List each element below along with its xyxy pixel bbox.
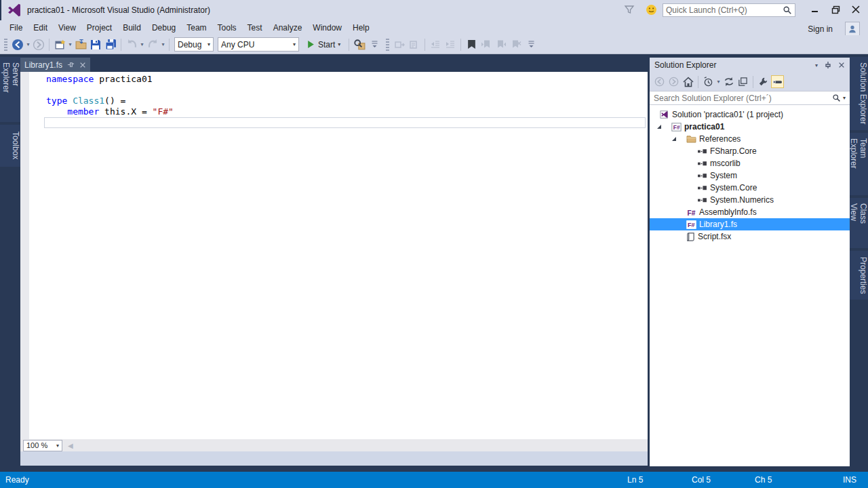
sign-in-link[interactable]: Sign in: [808, 24, 833, 34]
collapse-all-icon[interactable]: [736, 75, 749, 88]
close-icon[interactable]: [838, 62, 845, 68]
tree-item-solution-practica01-1-project-[interactable]: Solution 'practica01' (1 project): [650, 108, 850, 121]
search-icon[interactable]: [832, 94, 841, 102]
filter-icon[interactable]: [624, 4, 635, 15]
minimize-button[interactable]: [806, 3, 825, 16]
tree-item-script-fsx[interactable]: Script.fsx: [650, 230, 850, 243]
tree-item-library1-fs[interactable]: F#Library1.fs: [650, 218, 850, 230]
tree-item-system-numerics[interactable]: System.Numerics: [650, 194, 850, 206]
save-all-icon[interactable]: [104, 38, 117, 52]
search-icon[interactable]: [783, 5, 792, 15]
restore-button[interactable]: [826, 3, 845, 16]
chevron-down-icon[interactable]: ▾: [843, 95, 846, 101]
menu-item-analyze[interactable]: Analyze: [268, 21, 308, 35]
menu-item-project[interactable]: Project: [81, 21, 117, 35]
expand-arrow-icon[interactable]: [656, 124, 662, 129]
pin-tab-icon[interactable]: [67, 61, 75, 68]
member-list-icon[interactable]: [393, 38, 406, 52]
code-line: member this.X = "F#": [46, 106, 174, 117]
tool-tab-solution-explorer[interactable]: Solution Explorer: [850, 57, 868, 130]
next-bookmark-icon[interactable]: [494, 38, 508, 52]
play-icon: [307, 40, 315, 49]
menu-item-test[interactable]: Test: [242, 21, 268, 35]
sync-icon[interactable]: [722, 75, 735, 88]
status-line: Ln 5: [627, 475, 643, 485]
parameter-info-icon[interactable]: [408, 38, 421, 52]
editor-group: Library1.fs namespace practica01 type Cl…: [20, 58, 648, 451]
tree-item-fsharp-core[interactable]: FSharp.Core: [650, 145, 850, 157]
clear-bookmarks-icon[interactable]: [509, 38, 523, 52]
menu-item-file[interactable]: File: [4, 21, 28, 35]
tool-tab-properties[interactable]: Properties: [850, 251, 868, 300]
properties-wrench-icon[interactable]: [757, 75, 770, 88]
tree-item-mscorlib[interactable]: mscorlib: [650, 157, 850, 169]
menu-item-team[interactable]: Team: [181, 21, 212, 35]
tree-item-assemblyinfo-fs[interactable]: F#AssemblyInfo.fs: [650, 206, 850, 218]
tree-item-system-core[interactable]: System.Core: [650, 182, 850, 194]
platform-combo[interactable]: Any CPU▾: [218, 37, 299, 52]
forward-icon[interactable]: [667, 75, 680, 88]
quick-launch-input[interactable]: Quick Launch (Ctrl+Q): [663, 3, 795, 17]
back-icon[interactable]: [653, 75, 666, 88]
save-icon[interactable]: [89, 38, 102, 52]
menu-item-debug[interactable]: Debug: [146, 21, 181, 35]
code-editor[interactable]: namespace practica01 type Class1() = mem…: [20, 72, 648, 439]
tree-item-references[interactable]: References: [650, 133, 850, 145]
feedback-smiley-icon[interactable]: [646, 4, 657, 16]
undo-icon[interactable]: [125, 38, 138, 52]
pin-icon[interactable]: [824, 61, 832, 69]
preview-selected-items-icon[interactable]: [771, 75, 784, 88]
close-button[interactable]: [846, 3, 865, 16]
toolbar-overflow-icon[interactable]: [368, 38, 381, 52]
tool-tab-class-view[interactable]: Class View: [850, 198, 868, 248]
redo-icon[interactable]: [146, 38, 159, 52]
toolbar-separator: [169, 39, 170, 51]
solution-explorer-header[interactable]: Solution Explorer ▾: [650, 58, 850, 73]
start-button-label: Start: [318, 40, 335, 49]
document-tab-library1[interactable]: Library1.fs: [20, 58, 90, 72]
new-project-icon[interactable]: [53, 38, 66, 52]
previous-bookmark-icon[interactable]: [479, 38, 493, 52]
navigate-back-icon[interactable]: [11, 38, 24, 52]
menu-item-help[interactable]: Help: [347, 21, 375, 35]
navigate-forward-icon[interactable]: [32, 38, 45, 52]
indent-icon[interactable]: [443, 38, 457, 52]
chevron-down-icon[interactable]: ▾: [715, 79, 722, 85]
hscroll-left-arrow-icon[interactable]: ◀: [68, 442, 73, 449]
menu-item-view[interactable]: View: [53, 21, 81, 35]
tree-item-practica01[interactable]: F#practica01: [650, 121, 850, 133]
chevron-down-icon[interactable]: ▾: [25, 41, 31, 47]
start-debugging-button[interactable]: Start▾: [304, 39, 343, 51]
toolbar-separator: [121, 39, 121, 51]
tool-tab-server-explorer[interactable]: Server Explorer: [0, 57, 20, 122]
chevron-down-icon[interactable]: ▾: [160, 41, 166, 47]
close-tab-icon[interactable]: [79, 62, 86, 68]
chevron-down-icon[interactable]: ▾: [67, 41, 73, 47]
tool-tab-team-explorer[interactable]: Team Explorer: [850, 133, 868, 195]
editor-bottom-bar: 100 % ▾ ◀: [20, 439, 648, 451]
menu-item-build[interactable]: Build: [117, 21, 146, 35]
tree-item-system[interactable]: System: [650, 169, 850, 182]
chevron-down-icon[interactable]: ▾: [139, 41, 145, 47]
home-icon[interactable]: [682, 75, 694, 88]
pending-changes-filter-icon[interactable]: [702, 75, 715, 88]
toolbar-grip[interactable]: [386, 39, 389, 51]
editor-zoom-combo[interactable]: 100 % ▾: [23, 440, 62, 451]
find-in-solution-explorer-icon[interactable]: [353, 38, 366, 52]
toolbar-grip[interactable]: [4, 39, 7, 51]
menu-item-window[interactable]: Window: [307, 21, 347, 35]
debug-configuration-combo[interactable]: Debug▾: [174, 37, 214, 52]
user-account-icon[interactable]: [845, 22, 860, 37]
toolbar-overflow-icon[interactable]: [524, 38, 538, 52]
menu-item-tools[interactable]: Tools: [212, 21, 242, 35]
expand-arrow-icon[interactable]: [671, 136, 677, 142]
toggle-bookmark-icon[interactable]: [465, 38, 478, 52]
solution-explorer-search[interactable]: Search Solution Explorer (Ctrl+´) ▾: [650, 91, 850, 105]
window-position-icon[interactable]: ▾: [815, 62, 818, 68]
status-ready: Ready: [5, 475, 29, 485]
menu-item-edit[interactable]: Edit: [28, 21, 53, 35]
tree-item-label: System: [710, 171, 737, 180]
tool-tab-toolbox[interactable]: Toolbox: [0, 125, 20, 167]
open-file-icon[interactable]: [74, 38, 87, 52]
unindent-icon[interactable]: [429, 38, 442, 52]
